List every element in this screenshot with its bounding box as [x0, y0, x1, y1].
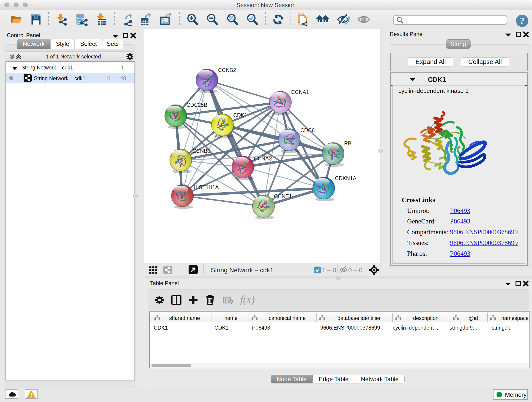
svg-text:CDC25B: CDC25B — [186, 102, 207, 108]
svg-text:CDKN1A: CDKN1A — [335, 175, 356, 181]
svg-text:RB1: RB1 — [344, 140, 355, 147]
svg-text:HIST1H1A: HIST1H1A — [194, 184, 219, 190]
svg-text:CCNE1: CCNE1 — [274, 193, 292, 199]
svg-text:CCNA2: CCNA2 — [254, 156, 272, 162]
svg-text:CCNB2: CCNB2 — [218, 67, 236, 73]
svg-text:CCNA1: CCNA1 — [291, 89, 309, 95]
svg-text:CDK1: CDK1 — [233, 112, 247, 118]
svg-text:CCNB1: CCNB1 — [192, 148, 210, 154]
svg-text:?: ? — [520, 16, 525, 26]
svg-text:CDC6: CDC6 — [300, 128, 315, 133]
